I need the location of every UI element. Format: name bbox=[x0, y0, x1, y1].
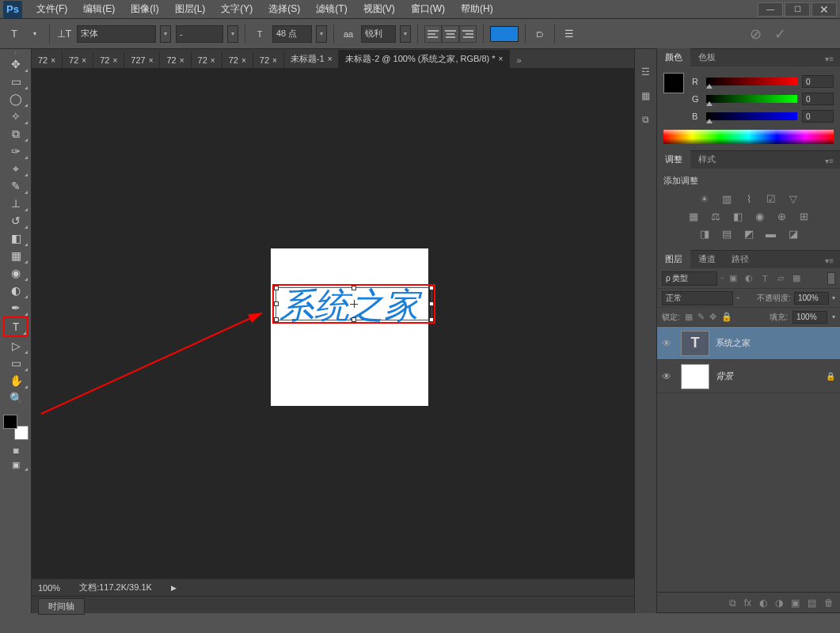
menu-edit[interactable]: 编辑(E) bbox=[78, 1, 120, 17]
lock-all-icon[interactable]: 🔒 bbox=[721, 312, 732, 322]
colorbalance-icon[interactable]: ⚖ bbox=[709, 209, 723, 223]
layer-row-background[interactable]: 👁 背景 🔒 bbox=[657, 360, 840, 393]
tabs-overflow-icon[interactable]: » bbox=[510, 52, 527, 68]
layer-row-text[interactable]: 👁 T 系统之家 bbox=[657, 327, 840, 360]
layer-name[interactable]: 背景 bbox=[716, 370, 819, 382]
doc-size-info[interactable]: 文档:117.2K/39.1K bbox=[79, 582, 152, 593]
doc-tab[interactable]: 72× bbox=[160, 52, 191, 68]
r-slider[interactable] bbox=[706, 78, 797, 85]
shape-tool[interactable]: ▭ bbox=[3, 354, 29, 372]
panel-menu-icon[interactable]: ▾≡ bbox=[819, 253, 840, 268]
panel-menu-icon[interactable]: ▾≡ bbox=[819, 154, 840, 169]
color-spectrum[interactable] bbox=[663, 130, 834, 144]
menu-image[interactable]: 图像(I) bbox=[126, 1, 163, 17]
paths-tab[interactable]: 路径 bbox=[724, 250, 757, 268]
font-dd-arrow-icon[interactable]: ▾ bbox=[160, 25, 171, 43]
menu-layer[interactable]: 图层(L) bbox=[170, 1, 211, 17]
text-color-swatch[interactable] bbox=[490, 26, 519, 42]
hue-icon[interactable]: ▦ bbox=[686, 209, 701, 223]
commit-icon[interactable]: ✓ bbox=[774, 25, 786, 43]
doc-tab[interactable]: 72× bbox=[93, 52, 124, 68]
filter-pixel-icon[interactable]: ▣ bbox=[727, 272, 739, 285]
channelmixer-icon[interactable]: ⊕ bbox=[775, 209, 789, 223]
move-tool[interactable]: ✥ bbox=[3, 55, 29, 73]
channels-tab[interactable]: 通道 bbox=[690, 250, 724, 268]
bw-icon[interactable]: ◧ bbox=[731, 209, 745, 223]
lock-pixels-icon[interactable]: ✎ bbox=[697, 312, 705, 322]
timeline-tab[interactable]: 时间轴 bbox=[38, 598, 85, 615]
swatches-tab[interactable]: 色板 bbox=[690, 48, 724, 66]
close-button[interactable]: ✕ bbox=[811, 2, 837, 17]
invert-icon[interactable]: ◨ bbox=[697, 226, 712, 241]
tool-preset-icon[interactable]: T bbox=[6, 26, 22, 42]
stamp-tool[interactable]: ⊥ bbox=[3, 195, 29, 212]
font-family-dropdown[interactable]: 宋体 bbox=[77, 25, 156, 43]
text-orientation-icon[interactable]: ⊥T bbox=[56, 26, 72, 42]
color-swatches[interactable] bbox=[3, 415, 29, 440]
menu-help[interactable]: 帮助(H) bbox=[456, 1, 498, 17]
layer-name[interactable]: 系统之家 bbox=[716, 337, 835, 349]
status-arrow-icon[interactable]: ▶ bbox=[171, 584, 177, 592]
handle-top-mid[interactable] bbox=[352, 286, 356, 290]
photofilter-icon[interactable]: ◉ bbox=[753, 209, 767, 223]
warp-text-icon[interactable]: ⫐ bbox=[532, 26, 548, 42]
lock-transparent-icon[interactable]: ▦ bbox=[685, 312, 693, 322]
new-adjustment-icon[interactable]: ◑ bbox=[775, 597, 783, 608]
adjustments-tab[interactable]: 调整 bbox=[657, 150, 690, 169]
chevron-down-icon[interactable]: ▾ bbox=[27, 26, 43, 42]
layer-mask-icon[interactable]: ◐ bbox=[759, 597, 767, 608]
size-dd-arrow-icon[interactable]: ▾ bbox=[316, 25, 327, 43]
posterize-icon[interactable]: ▤ bbox=[720, 226, 734, 241]
gradient-tool[interactable]: ▦ bbox=[3, 247, 29, 264]
layer-fx-icon[interactable]: fx bbox=[744, 597, 751, 608]
link-layers-icon[interactable]: ⧉ bbox=[729, 597, 736, 608]
marquee-tool[interactable]: ▭ bbox=[3, 73, 29, 90]
new-group-icon[interactable]: ▣ bbox=[791, 597, 800, 608]
hand-tool[interactable]: ✋ bbox=[3, 372, 29, 389]
align-left-button[interactable] bbox=[424, 25, 442, 43]
blur-tool[interactable]: ◉ bbox=[3, 264, 29, 282]
antialias-dropdown[interactable]: 锐利 bbox=[361, 25, 396, 43]
menu-type[interactable]: 文字(Y) bbox=[216, 1, 257, 17]
zoom-tool[interactable]: 🔍 bbox=[3, 389, 29, 407]
filter-smart-icon[interactable]: ▦ bbox=[790, 272, 803, 285]
filter-shape-icon[interactable]: ▱ bbox=[774, 272, 787, 285]
menu-window[interactable]: 窗口(W) bbox=[406, 1, 450, 17]
crop-tool[interactable]: ⧉ bbox=[3, 125, 29, 142]
doc-tab[interactable]: 72× bbox=[222, 52, 253, 68]
doc-tab[interactable]: 72× bbox=[192, 52, 222, 68]
doc-tab[interactable]: 72× bbox=[32, 52, 63, 68]
fill-input[interactable]: 100% bbox=[792, 311, 827, 324]
menu-view[interactable]: 视图(V) bbox=[359, 1, 400, 17]
handle-top-right[interactable] bbox=[429, 286, 434, 290]
brightness-icon[interactable]: ☀ bbox=[697, 191, 712, 206]
brushes-icon[interactable]: ⧉ bbox=[639, 112, 653, 127]
selective-icon[interactable]: ◪ bbox=[786, 226, 800, 241]
eyedropper-tool[interactable]: ✑ bbox=[3, 142, 29, 160]
filter-kind-dropdown[interactable]: ρ 类型 bbox=[662, 271, 717, 286]
doc-tab[interactable]: 72× bbox=[63, 52, 93, 68]
eraser-tool[interactable]: ◧ bbox=[3, 229, 29, 247]
maximize-button[interactable]: ☐ bbox=[785, 2, 810, 17]
quickmask-tool[interactable]: ◙ bbox=[3, 443, 29, 457]
new-layer-icon[interactable]: ▤ bbox=[808, 597, 816, 608]
cancel-icon[interactable]: ⊘ bbox=[750, 25, 762, 43]
handle-mid-right[interactable] bbox=[429, 301, 434, 306]
color-preview-swatch[interactable] bbox=[663, 73, 684, 93]
filter-type-icon[interactable]: T bbox=[758, 272, 771, 285]
handle-mid-left[interactable] bbox=[274, 301, 279, 306]
handle-bot-right[interactable] bbox=[429, 317, 434, 322]
screenmode-tool[interactable]: ▣ bbox=[3, 457, 29, 472]
handle-bot-left[interactable] bbox=[274, 317, 279, 322]
font-size-dropdown[interactable]: 48 点 bbox=[272, 25, 312, 43]
align-center-button[interactable] bbox=[442, 25, 459, 43]
minimize-button[interactable]: — bbox=[758, 2, 783, 17]
layers-tab[interactable]: 图层 bbox=[657, 250, 690, 268]
menu-file[interactable]: 文件(F) bbox=[32, 1, 72, 17]
canvas-viewport[interactable]: 系统之家 bbox=[32, 68, 634, 578]
lasso-tool[interactable]: ◯ bbox=[3, 90, 29, 108]
color-tab[interactable]: 颜色 bbox=[657, 48, 690, 66]
doc-tab[interactable]: 727× bbox=[124, 52, 160, 68]
history-icon[interactable]: ☲ bbox=[639, 65, 653, 79]
character-panel-icon[interactable]: ☰ bbox=[561, 26, 577, 42]
